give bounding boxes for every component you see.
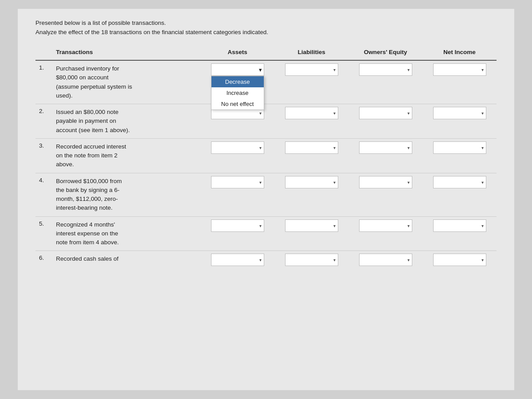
equity-dropdown-cell: Decrease Increase No net effect ▾: [348, 60, 422, 104]
col-assets: Assets: [200, 46, 274, 60]
equity-dropdown-cell: Decrease Increase No net effect ▾: [348, 173, 422, 216]
liabilities-dropdown-cell: Decrease Increase No net effect ▾: [274, 216, 348, 251]
liabilities-dropdown[interactable]: Decrease Increase No net effect ▾: [285, 63, 338, 76]
assets-select[interactable]: Decrease Increase No net effect: [211, 176, 264, 188]
netincome-dropdown[interactable]: Decrease Increase No net effect ▾: [433, 219, 486, 232]
transaction-text: Borrowed $100,000 fromthe bank by signin…: [52, 173, 200, 216]
dropdown-option-increase[interactable]: Increase: [211, 87, 264, 98]
netincome-select[interactable]: Decrease Increase No net effect: [433, 141, 486, 154]
netincome-select[interactable]: Decrease Increase No net effect: [433, 254, 486, 266]
netincome-dropdown-cell: Decrease Increase No net effect ▾: [422, 216, 497, 251]
row-number: 4.: [35, 173, 52, 216]
netincome-dropdown[interactable]: Decrease Increase No net effect ▾: [433, 176, 486, 188]
netincome-dropdown[interactable]: Decrease Increase No net effect ▾: [433, 63, 486, 76]
equity-dropdown[interactable]: Decrease Increase No net effect ▾: [359, 63, 412, 76]
row-number: 6.: [35, 251, 52, 270]
row-number: 3.: [35, 138, 52, 173]
equity-dropdown[interactable]: Decrease Increase No net effect ▾: [359, 219, 412, 232]
chevron-down-icon: ▾: [259, 66, 262, 73]
assets-dropdown-list: Decrease Increase No net effect: [211, 76, 264, 110]
liabilities-dropdown[interactable]: Decrease Increase No net effect ▾: [285, 107, 338, 119]
equity-dropdown[interactable]: Decrease Increase No net effect ▾: [359, 107, 412, 119]
liabilities-dropdown[interactable]: Decrease Increase No net effect ▾: [285, 141, 338, 154]
assets-dropdown-cell: Decrease Increase No net effect ▾: [200, 216, 274, 251]
col-transactions: Transactions: [52, 46, 200, 60]
table-row: 6. Recorded cash sales of Decrease Incre…: [35, 251, 497, 270]
row-number: 1.: [35, 60, 52, 104]
netincome-dropdown[interactable]: Decrease Increase No net effect ▾: [433, 141, 486, 154]
assets-dropdown-cell: Decrease Increase No net effect ▾: [200, 251, 274, 270]
liabilities-dropdown-cell: Decrease Increase No net effect ▾: [274, 173, 348, 216]
assets-dropdown[interactable]: Decrease Increase No net effect ▾: [211, 254, 264, 266]
netincome-dropdown-cell: Decrease Increase No net effect ▾: [422, 173, 497, 216]
assets-dropdown[interactable]: Decrease Increase No net effect ▾: [211, 141, 264, 154]
col-owners-equity: Owners' Equity: [348, 46, 422, 60]
intro-line1: Presented below is a list of possible tr…: [35, 20, 497, 26]
transaction-text: Purchased inventory for$80,000 on accoun…: [52, 60, 200, 104]
transaction-text: Recognized 4 months'interest expense on …: [52, 216, 200, 251]
col-net-income: Net Income: [422, 46, 497, 60]
netincome-dropdown[interactable]: Decrease Increase No net effect ▾: [433, 107, 486, 119]
liabilities-select[interactable]: Decrease Increase No net effect: [285, 176, 338, 188]
netincome-dropdown-cell: Decrease Increase No net effect ▾: [422, 251, 497, 270]
equity-dropdown[interactable]: Decrease Increase No net effect ▾: [359, 141, 412, 154]
equity-select[interactable]: Decrease Increase No net effect: [359, 176, 412, 188]
assets-select[interactable]: Decrease Increase No net effect: [211, 254, 264, 266]
liabilities-dropdown-cell: Decrease Increase No net effect ▾: [274, 251, 348, 270]
assets-select[interactable]: Decrease Increase No net effect: [211, 219, 264, 232]
dropdown-option-no-net[interactable]: No net effect: [211, 98, 264, 110]
table-row: 1. Purchased inventory for$80,000 on acc…: [35, 60, 497, 104]
assets-select[interactable]: Decrease Increase No net effect: [211, 141, 264, 154]
equity-select[interactable]: Decrease Increase No net effect: [359, 254, 412, 266]
liabilities-select[interactable]: Decrease Increase No net effect: [285, 141, 338, 154]
netincome-dropdown-cell: Decrease Increase No net effect ▾: [422, 138, 497, 173]
transaction-text: Issued an $80,000 notepayable in payment…: [52, 104, 200, 139]
assets-dropdown-open[interactable]: ▾ Decrease Increase No net effect: [211, 63, 264, 76]
liabilities-dropdown-cell: Decrease Increase No net effect ▾: [274, 60, 348, 104]
liabilities-select[interactable]: Decrease Increase No net effect: [285, 107, 338, 119]
liabilities-select[interactable]: Decrease Increase No net effect: [285, 254, 338, 266]
netincome-select[interactable]: Decrease Increase No net effect: [433, 63, 486, 76]
equity-dropdown[interactable]: Decrease Increase No net effect ▾: [359, 176, 412, 188]
assets-dropdown-cell: Decrease Increase No net effect ▾: [200, 173, 274, 216]
assets-dropdown-cell: Decrease Increase No net effect ▾: [200, 138, 274, 173]
row-number: 5.: [35, 216, 52, 251]
equity-dropdown-cell: Decrease Increase No net effect ▾: [348, 138, 422, 173]
liabilities-dropdown[interactable]: Decrease Increase No net effect ▾: [285, 219, 338, 232]
equity-select[interactable]: Decrease Increase No net effect: [359, 107, 412, 119]
liabilities-dropdown-cell: Decrease Increase No net effect ▾: [274, 104, 348, 139]
equity-select[interactable]: Decrease Increase No net effect: [359, 63, 412, 76]
netincome-dropdown[interactable]: Decrease Increase No net effect ▾: [433, 254, 486, 266]
netincome-dropdown-cell: Decrease Increase No net effect ▾: [422, 60, 497, 104]
liabilities-select[interactable]: Decrease Increase No net effect: [285, 219, 338, 232]
table-row: 2. Issued an $80,000 notepayable in paym…: [35, 104, 497, 139]
intro-line2: Analyze the effect of the 18 transaction…: [35, 29, 497, 35]
transaction-text: Recorded cash sales of: [52, 251, 200, 270]
assets-dropdown[interactable]: Decrease Increase No net effect ▾: [211, 219, 264, 232]
dropdown-option-decrease[interactable]: Decrease: [211, 76, 264, 87]
equity-select[interactable]: Decrease Increase No net effect: [359, 141, 412, 154]
netincome-select[interactable]: Decrease Increase No net effect: [433, 107, 486, 119]
netincome-select[interactable]: Decrease Increase No net effect: [433, 176, 486, 188]
liabilities-dropdown-cell: Decrease Increase No net effect ▾: [274, 138, 348, 173]
transaction-text: Recorded accrued intereston the note fro…: [52, 138, 200, 173]
liabilities-select[interactable]: Decrease Increase No net effect: [285, 63, 338, 76]
col-liabilities: Liabilities: [274, 46, 348, 60]
table-row: 3. Recorded accrued intereston the note …: [35, 138, 497, 173]
row-number: 2.: [35, 104, 52, 139]
equity-dropdown-cell: Decrease Increase No net effect ▾: [348, 104, 422, 139]
liabilities-dropdown[interactable]: Decrease Increase No net effect ▾: [285, 254, 338, 266]
equity-dropdown-cell: Decrease Increase No net effect ▾: [348, 251, 422, 270]
equity-dropdown[interactable]: Decrease Increase No net effect ▾: [359, 254, 412, 266]
equity-dropdown-cell: Decrease Increase No net effect ▾: [348, 216, 422, 251]
table-row: 4. Borrowed $100,000 fromthe bank by sig…: [35, 173, 497, 216]
netincome-select[interactable]: Decrease Increase No net effect: [433, 219, 486, 232]
assets-dropdown-cell: ▾ Decrease Increase No net effect: [200, 60, 274, 104]
table-row: 5. Recognized 4 months'interest expense …: [35, 216, 497, 251]
equity-select[interactable]: Decrease Increase No net effect: [359, 219, 412, 232]
netincome-dropdown-cell: Decrease Increase No net effect ▾: [422, 104, 497, 139]
assets-dropdown[interactable]: Decrease Increase No net effect ▾: [211, 176, 264, 188]
liabilities-dropdown[interactable]: Decrease Increase No net effect ▾: [285, 176, 338, 188]
assets-dropdown-trigger[interactable]: ▾: [211, 63, 264, 76]
